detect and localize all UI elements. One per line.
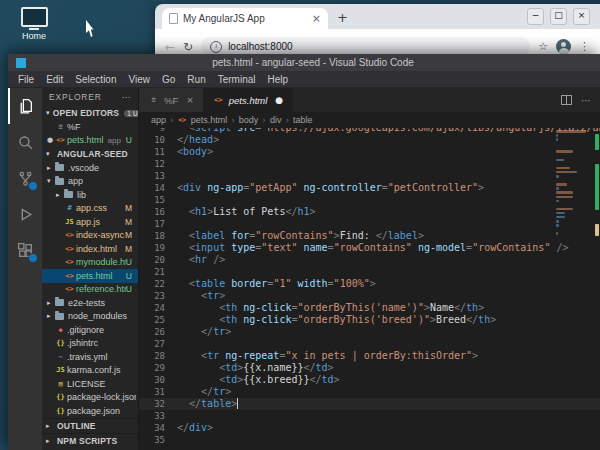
file-tree-item[interactable]: ▸node_modules (42, 310, 138, 324)
file-tree-item[interactable]: <>reference.htmlU (42, 283, 138, 297)
code-line[interactable]: 33 (139, 410, 600, 422)
code-line[interactable]: 23 <tr> (139, 290, 600, 302)
code-line[interactable]: 22 <table border="1" width="100%"> (139, 278, 600, 290)
file-name: .vscode (68, 163, 99, 173)
breadcrumb-item[interactable]: body (239, 115, 259, 125)
file-tree-item[interactable]: {}package.json (42, 404, 138, 418)
code-line[interactable]: 20 <hr /> (139, 254, 600, 266)
more-actions-icon[interactable]: ⋯ (122, 92, 131, 102)
menu-help[interactable]: Help (262, 74, 295, 85)
open-editors-section-header[interactable]: ▾ OPEN EDITORS 1 UNSAVED (42, 106, 138, 120)
menu-terminal[interactable]: Terminal (212, 74, 262, 85)
menu-edit[interactable]: Edit (40, 74, 69, 85)
breadcrumb-item[interactable]: pets.html (191, 115, 228, 125)
breadcrumb-item[interactable]: div (270, 115, 282, 125)
breadcrumb-item[interactable]: app (151, 115, 166, 125)
browser-tab[interactable]: My AngularJS App × (162, 8, 328, 29)
line-number: 18 (139, 230, 177, 242)
minimize-button[interactable]: − (527, 8, 544, 25)
title-bar[interactable]: pets.html - angular-seed - Visual Studio… (8, 54, 600, 71)
js-file-icon: JS (55, 366, 66, 374)
code-line[interactable]: 14<div ng-app="petApp" ng-controller="pe… (139, 182, 600, 194)
code-line[interactable]: 19 <input type="text" name="rowContains"… (139, 242, 600, 254)
menu-run[interactable]: Run (181, 74, 211, 85)
new-tab-button[interactable]: + (337, 11, 348, 24)
open-editor-item[interactable]: ●<>pets.htmlappU (42, 134, 138, 148)
back-icon[interactable]: ← (165, 40, 175, 54)
file-name: karma.conf.js (67, 365, 121, 375)
code-line[interactable]: 30 <td>{{x.breed}}</td> (139, 374, 600, 386)
code-line[interactable]: 10</head> (139, 134, 600, 146)
activity-search[interactable] (8, 124, 42, 160)
file-tree-item[interactable]: #app.cssM (42, 202, 138, 216)
code-line[interactable]: 12 (139, 158, 600, 170)
editor-tab[interactable]: ≡%F× (139, 88, 204, 112)
line-number: 25 (139, 314, 177, 326)
activity-run-debug[interactable] (8, 196, 42, 232)
npm-scripts-section-header[interactable]: ▸ NPM SCRIPTS (42, 433, 138, 448)
menu-file[interactable]: File (12, 74, 40, 85)
file-tree-item[interactable]: ▸e2e-tests (42, 296, 138, 310)
outline-section-header[interactable]: ▸ OUTLINE (42, 418, 138, 433)
open-editor-item[interactable]: ≡%F (42, 120, 138, 134)
file-tree-item[interactable]: ◆.gitignore (42, 323, 138, 337)
file-tree-item[interactable]: ▸lib (42, 188, 138, 202)
code-line[interactable]: 13 (139, 170, 600, 182)
code-line[interactable]: 35 (139, 434, 600, 446)
file-tree-item[interactable]: JSapp.jsM (42, 215, 138, 229)
profile-avatar[interactable] (556, 39, 571, 54)
menu-selection[interactable]: Selection (69, 74, 122, 85)
code-line[interactable]: 34</div> (139, 422, 600, 434)
file-tree-item[interactable]: <>index.htmlM (42, 242, 138, 256)
code-line[interactable]: 25 <th ng-click="orderByThis('breed')">B… (139, 314, 600, 326)
file-tree-item[interactable]: <>mymodule.htmlU (42, 256, 138, 270)
code-line[interactable]: 28 <tr ng-repeat="x in pets | orderBy:th… (139, 350, 600, 362)
code-line[interactable]: 21 (139, 266, 600, 278)
menu-go[interactable]: Go (156, 74, 181, 85)
code-line[interactable]: 31 </tr> (139, 386, 600, 398)
file-tree-item[interactable]: ▤LICENSE (42, 377, 138, 391)
dirty-indicator-icon[interactable]: ● (275, 95, 283, 105)
file-tree-item[interactable]: <>pets.htmlU (42, 269, 138, 283)
file-tree-item[interactable]: ▾app (42, 175, 138, 189)
file-tree-item[interactable]: {}.jshintrc (42, 337, 138, 351)
code-line[interactable]: 29 <td>{{x.name}}</td> (139, 362, 600, 374)
git-status-badge: M (125, 217, 136, 227)
code-line[interactable]: 17 (139, 218, 600, 230)
file-tree-item[interactable]: JSkarma.conf.js (42, 364, 138, 378)
bookmark-star-icon[interactable]: ☆ (538, 40, 548, 53)
code-editor[interactable]: 9 <script src="https://ajax.googleapis.c… (139, 128, 600, 450)
home-desktop-icon[interactable]: Home (12, 7, 56, 41)
tab-label: %F (164, 95, 178, 106)
code-line[interactable]: 18 <label for="rowContains">Find: </labe… (139, 230, 600, 242)
breadcrumb-item[interactable]: table (293, 115, 313, 125)
code-line[interactable]: 11<body> (139, 146, 600, 158)
menu-view[interactable]: View (123, 74, 157, 85)
maximize-button[interactable]: □ (550, 8, 567, 25)
more-actions-icon[interactable]: ⋯ (581, 95, 591, 106)
activity-source-control[interactable] (8, 160, 42, 196)
code-line[interactable]: 16 <h1>List of Pets</h1> (139, 206, 600, 218)
file-tree-item[interactable]: <>index-async.htmlM (42, 229, 138, 243)
tab-close-icon[interactable]: × (312, 14, 321, 24)
code-line[interactable]: 26 </tr> (139, 326, 600, 338)
file-tree-item[interactable]: {}package-lock.json (42, 391, 138, 405)
code-line[interactable]: 32 </table> (139, 398, 600, 410)
close-button[interactable]: × (573, 8, 590, 25)
browser-menu-icon[interactable]: ⋮ (579, 40, 590, 53)
activity-explorer[interactable] (8, 88, 42, 124)
chevron-down-icon: ▾ (46, 150, 54, 158)
code-line[interactable]: 27 (139, 338, 600, 350)
site-info-icon[interactable]: i (210, 41, 222, 53)
activity-extensions[interactable] (8, 232, 42, 268)
code-line[interactable]: 15 (139, 194, 600, 206)
reload-icon[interactable]: ↻ (183, 40, 193, 54)
file-tree-item[interactable]: ▸.vscode (42, 161, 138, 175)
code-line[interactable]: 24 <th ng-click="orderByThis('name')">Na… (139, 302, 600, 314)
project-section-header[interactable]: ▾ ANGULAR-SEED (42, 147, 138, 161)
file-tree-item[interactable]: ~.travis.yml (42, 350, 138, 364)
split-editor-icon[interactable] (561, 95, 572, 105)
menu-bar: FileEditSelectionViewGoRunTerminalHelp (8, 71, 600, 88)
editor-tab[interactable]: <>pets.html● (204, 88, 293, 112)
tab-close-icon[interactable]: × (186, 95, 194, 105)
